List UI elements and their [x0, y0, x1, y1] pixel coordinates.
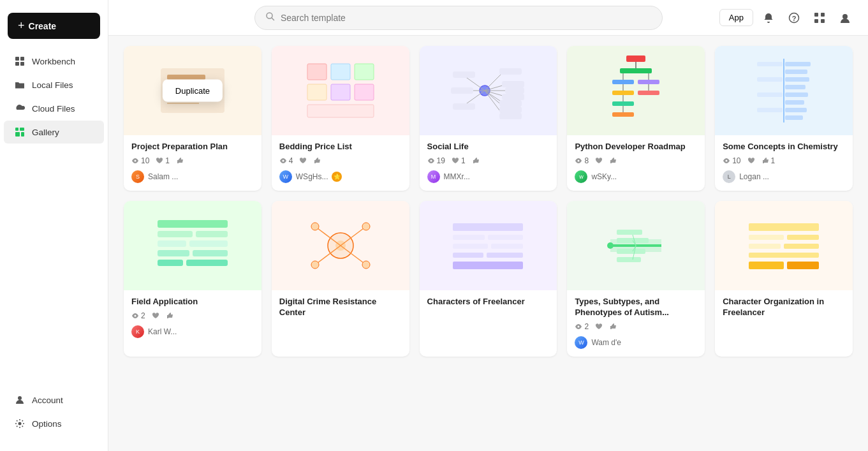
- svg-rect-67: [612, 101, 634, 106]
- views-stat: 8: [575, 156, 589, 165]
- sidebar-item-account-label: Account: [32, 396, 63, 405]
- card-char-org[interactable]: Character Organization in Freelancer: [715, 201, 853, 357]
- svg-rect-50: [499, 113, 522, 119]
- card-digital-crime[interactable]: Digital Crime Resistance Center: [272, 201, 409, 357]
- svg-rect-0: [15, 57, 19, 61]
- card-title-social: Social Life: [427, 142, 550, 152]
- svg-rect-52: [451, 87, 473, 94]
- sidebar-item-workbench[interactable]: Workbench: [4, 50, 104, 73]
- card-stats-python: 8: [575, 156, 697, 165]
- svg-rect-25: [307, 64, 327, 80]
- author-name: wSKy...: [591, 172, 617, 181]
- card-thumb-bedding: [272, 46, 409, 135]
- card-info-charorg: Character Organization in Freelancer: [715, 290, 853, 330]
- svg-rect-81: [757, 77, 783, 82]
- sidebar-item-gallery[interactable]: Gallery: [4, 121, 104, 144]
- svg-rect-87: [196, 231, 228, 237]
- card-python[interactable]: Python Developer Roadmap 8 w wSKy...: [567, 46, 705, 191]
- help-icon[interactable]: ?: [784, 8, 804, 28]
- svg-rect-47: [502, 94, 524, 100]
- svg-rect-109: [491, 244, 523, 249]
- card-project-preparation[interactable]: Duplicate Project Preparation Plan 10: [124, 46, 261, 191]
- svg-rect-111: [487, 253, 523, 258]
- svg-rect-1: [20, 57, 24, 61]
- svg-rect-51: [453, 71, 475, 78]
- card-field[interactable]: Field Application 2 K Karl W...: [124, 201, 261, 357]
- create-label: Create: [29, 21, 57, 31]
- grid-view-icon[interactable]: [809, 8, 830, 28]
- svg-point-115: [607, 242, 614, 249]
- card-characters-freelancer[interactable]: Characters of Freelancer: [420, 201, 557, 357]
- notification-icon[interactable]: [758, 8, 779, 28]
- sidebar-bottom: Account Options: [0, 388, 108, 443]
- gallery-grid: Duplicate Project Preparation Plan 10: [108, 36, 868, 451]
- search-input[interactable]: [281, 13, 652, 23]
- svg-point-104: [362, 261, 370, 269]
- app-button[interactable]: App: [719, 9, 753, 26]
- author-name: Karl W...: [148, 327, 177, 336]
- card-thumb-field: [124, 201, 261, 290]
- card-stats-autism: 2: [575, 322, 697, 331]
- card-author-chemistry: L Logan ...: [723, 170, 845, 183]
- views-stat: 2: [575, 322, 589, 331]
- sidebar-item-cloud-files[interactable]: Cloud Files: [4, 97, 104, 120]
- card-info-field: Field Application 2 K Karl W...: [124, 290, 261, 346]
- author-name: Salam ...: [148, 172, 178, 181]
- thumbup-stat: [313, 157, 321, 165]
- thumbup-stat: [176, 157, 184, 165]
- sidebar-item-account[interactable]: Account: [4, 388, 104, 411]
- svg-text:?: ?: [792, 14, 797, 22]
- svg-rect-60: [612, 80, 634, 84]
- card-thumb-autism: [567, 201, 705, 290]
- svg-rect-93: [186, 260, 228, 266]
- avatar: S: [131, 170, 144, 183]
- card-author-autism: W Wam d'e: [575, 336, 697, 349]
- card-info-freelancer: Characters of Freelancer: [420, 290, 557, 319]
- thumbup-stat: 1: [761, 156, 776, 165]
- svg-rect-28: [307, 84, 327, 100]
- card-thumb-freelancer: [420, 201, 557, 290]
- sidebar-item-local-files[interactable]: Local Files: [4, 73, 104, 96]
- create-button[interactable]: + Create: [8, 13, 100, 39]
- sidebar-item-local-files-label: Local Files: [32, 80, 73, 90]
- sidebar-item-gallery-label: Gallery: [32, 128, 59, 137]
- card-bedding[interactable]: Bedding Price List 4 W WSgHs...: [272, 46, 409, 191]
- avatar: W: [279, 170, 292, 183]
- thumbup-stat: [609, 323, 617, 330]
- svg-rect-105: [453, 223, 523, 231]
- svg-rect-127: [787, 235, 819, 240]
- card-info-digital: Digital Crime Resistance Center: [272, 290, 409, 330]
- svg-rect-64: [612, 91, 634, 95]
- svg-rect-78: [785, 108, 807, 112]
- svg-rect-6: [15, 132, 20, 137]
- sidebar: + Create Workbench Local Files: [0, 0, 108, 451]
- card-title-autism: Types, Subtypes, and Phenotypes of Autis…: [575, 297, 697, 318]
- card-social-life[interactable]: Social Life 19 1 M MMXr.: [420, 46, 557, 191]
- svg-rect-49: [499, 107, 522, 113]
- plus-icon: +: [18, 19, 25, 33]
- card-author-field: K Karl W...: [131, 325, 254, 338]
- svg-rect-130: [749, 253, 819, 258]
- view-count: 19: [437, 156, 445, 165]
- svg-rect-26: [331, 64, 350, 80]
- sidebar-item-options[interactable]: Options: [4, 412, 104, 435]
- thumbup-count: 1: [771, 156, 776, 165]
- avatar: W: [575, 336, 587, 349]
- svg-rect-91: [193, 250, 228, 256]
- main-content: App ?: [108, 0, 868, 451]
- views-stat: 2: [131, 311, 145, 320]
- card-autism[interactable]: Types, Subtypes, and Phenotypes of Autis…: [567, 201, 705, 357]
- view-count: 10: [732, 156, 740, 165]
- svg-rect-46: [505, 87, 524, 94]
- author-name: Logan ...: [739, 172, 769, 181]
- svg-rect-79: [785, 115, 803, 120]
- card-thumb-digital: [272, 201, 409, 290]
- user-avatar-icon[interactable]: [835, 8, 855, 28]
- card-thumb-charorg: [715, 201, 853, 290]
- svg-point-94: [135, 314, 136, 316]
- cloud-icon: [14, 103, 26, 114]
- svg-point-9: [18, 422, 22, 425]
- svg-rect-83: [757, 108, 783, 112]
- card-chemistry[interactable]: Some Concepts in Chemistry 10 1 L: [715, 46, 853, 191]
- like-count: 1: [461, 156, 466, 165]
